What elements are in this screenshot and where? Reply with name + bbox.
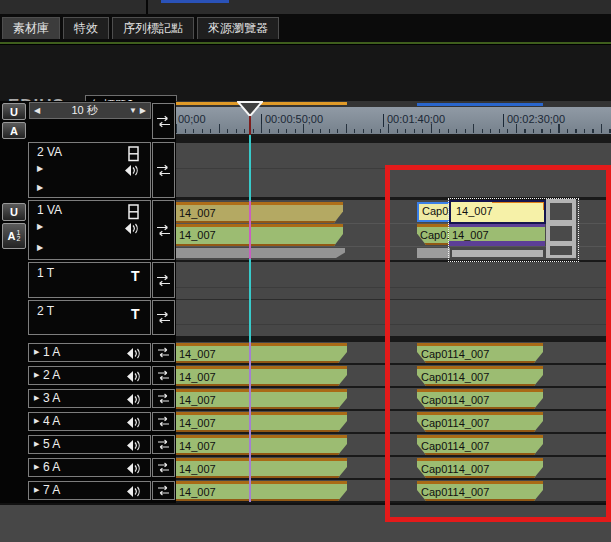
- palette-tab-bar: 素材庫 特效 序列標記點 來源瀏覽器: [0, 14, 611, 42]
- edius-timeline-window: 素材庫 特效 序列標記點 來源瀏覽器 EDIUS 無標題3 ▼ ▼ ▼ ✂: [0, 0, 611, 542]
- track-label-6a: 6 A: [43, 460, 60, 474]
- mute-all-button[interactable]: U: [2, 103, 26, 120]
- speaker-icon[interactable]: [125, 439, 141, 455]
- lock-all-button[interactable]: A: [2, 122, 26, 139]
- track-label-5a: 5 A: [43, 437, 60, 451]
- track-label-4a: 4 A: [43, 414, 60, 428]
- annotation-rectangle: [385, 165, 611, 522]
- expand-icon[interactable]: ▶: [34, 463, 39, 470]
- video-track-icon[interactable]: [127, 146, 140, 165]
- mute-1va-button[interactable]: U: [2, 203, 26, 221]
- sync-cell-5a[interactable]: [152, 435, 175, 454]
- track-label-1t: 1 T: [37, 266, 54, 280]
- expand-video-icon[interactable]: ▶: [37, 223, 43, 231]
- sync-cell-7a[interactable]: [152, 481, 175, 500]
- speaker-icon[interactable]: [125, 347, 141, 363]
- sync-cell-2a[interactable]: [152, 366, 175, 385]
- player-position-bar: [161, 0, 229, 3]
- playhead-line: [249, 135, 251, 201]
- track-header-4a[interactable]: ▶ 4 A: [28, 412, 151, 431]
- track-header-1t[interactable]: 1 T T: [28, 262, 151, 298]
- timescale-selector[interactable]: ◀ 10 秒 ▼ ▶: [29, 102, 151, 119]
- track-label-7a: 7 A: [43, 483, 60, 497]
- track-header-3a[interactable]: ▶ 3 A: [28, 389, 151, 408]
- audio-track-icon[interactable]: [123, 222, 139, 238]
- speaker-icon[interactable]: [125, 393, 141, 409]
- half-bottom: 2: [17, 236, 21, 242]
- track-label-2va: 2 VA: [37, 145, 62, 159]
- track-header-2va[interactable]: 2 VA ▶ ▶: [28, 142, 151, 198]
- clip-5a-left[interactable]: 14_007: [176, 435, 347, 455]
- clip-1a-left[interactable]: 14_007: [176, 343, 347, 363]
- audio-track-icon[interactable]: [123, 164, 139, 180]
- track-header-1va[interactable]: 1 VA ▶ ▶: [28, 200, 151, 260]
- expand-icon[interactable]: ▶: [34, 348, 39, 355]
- video-track-icon[interactable]: [127, 204, 140, 223]
- track-label-3a: 3 A: [43, 391, 60, 405]
- track-header-5a[interactable]: ▶ 5 A: [28, 435, 151, 454]
- panel-divider: [146, 0, 148, 14]
- clip-1va-audio[interactable]: 14_007: [176, 224, 343, 246]
- ruler-ticks: [176, 123, 611, 133]
- playhead-line-over-audio: [249, 342, 251, 502]
- speaker-icon[interactable]: [125, 485, 141, 501]
- clip-range-blue: [417, 103, 543, 106]
- track-label-1va: 1 VA: [37, 203, 62, 217]
- sync-cell-1va[interactable]: [152, 200, 175, 260]
- timeline-toolbar: EDIUS 無標題3 ▼ ▼ ▼ ✂ ▼: [0, 45, 611, 101]
- clip-6a-left[interactable]: 14_007: [176, 458, 347, 478]
- tab-effects[interactable]: 特效: [63, 17, 109, 39]
- timescale-next-icon[interactable]: ▶: [140, 107, 146, 115]
- expand-audio-icon[interactable]: ▶: [37, 184, 43, 192]
- track-label-1a: 1 A: [43, 345, 60, 359]
- clip-1va-mixer-bar[interactable]: [176, 248, 345, 258]
- lock-letter: A: [8, 230, 16, 242]
- clip-3a-left[interactable]: 14_007: [176, 389, 347, 409]
- track-header-2t[interactable]: 2 T T: [28, 300, 151, 335]
- playhead-line: [249, 259, 251, 342]
- timescale-value: 10 秒: [40, 103, 129, 118]
- clip-7a-left[interactable]: 14_007: [176, 481, 347, 501]
- clip-2a-left[interactable]: 14_007: [176, 366, 347, 386]
- timescale-dropdown-icon[interactable]: ▼: [129, 107, 137, 115]
- speaker-icon[interactable]: [125, 462, 141, 478]
- sync-cell-6a[interactable]: [152, 458, 175, 477]
- expand-audio-icon[interactable]: ▶: [37, 244, 43, 252]
- track-header-7a[interactable]: ▶ 7 A: [28, 481, 151, 500]
- track-header-2a[interactable]: ▶ 2 A: [28, 366, 151, 385]
- speaker-icon[interactable]: [125, 416, 141, 432]
- sync-cell-1a[interactable]: [152, 343, 175, 362]
- sync-cell-1t[interactable]: [152, 262, 175, 298]
- lock-1va-button[interactable]: A 1 2: [2, 223, 26, 249]
- speaker-icon[interactable]: [125, 370, 141, 386]
- sync-cell-4a[interactable]: [152, 412, 175, 431]
- clip-4a-left[interactable]: 14_007: [176, 412, 347, 432]
- tab-bin[interactable]: 素材庫: [2, 17, 60, 39]
- sync-mode-cell-top[interactable]: [152, 103, 175, 139]
- tab-source-browser[interactable]: 來源瀏覽器: [197, 17, 279, 39]
- title-track-icon[interactable]: T: [131, 268, 140, 284]
- sync-cell-2t[interactable]: [152, 300, 175, 335]
- playhead-handle[interactable]: [237, 101, 263, 117]
- clip-1va-video[interactable]: 14_007: [176, 202, 343, 223]
- expand-icon[interactable]: ▶: [34, 371, 39, 378]
- sync-cell-3a[interactable]: [152, 389, 175, 408]
- expand-icon[interactable]: ▶: [34, 486, 39, 493]
- track-header-1a[interactable]: ▶ 1 A: [28, 343, 151, 362]
- playhead-line-ruler[interactable]: [249, 116, 251, 135]
- track-header-6a[interactable]: ▶ 6 A: [28, 458, 151, 477]
- expand-icon[interactable]: ▶: [34, 417, 39, 424]
- track-label-2t: 2 T: [37, 304, 54, 318]
- upper-panel-edge: [0, 0, 611, 14]
- track-label-2a: 2 A: [43, 368, 60, 382]
- expand-video-icon[interactable]: ▶: [37, 165, 43, 173]
- expand-icon[interactable]: ▶: [34, 440, 39, 447]
- playhead-line-over-clip: [249, 201, 251, 259]
- tab-sequence-marker[interactable]: 序列標記點: [112, 17, 194, 39]
- expand-icon[interactable]: ▶: [34, 394, 39, 401]
- title-track-icon[interactable]: T: [131, 306, 140, 322]
- sync-cell-2va[interactable]: [152, 142, 175, 198]
